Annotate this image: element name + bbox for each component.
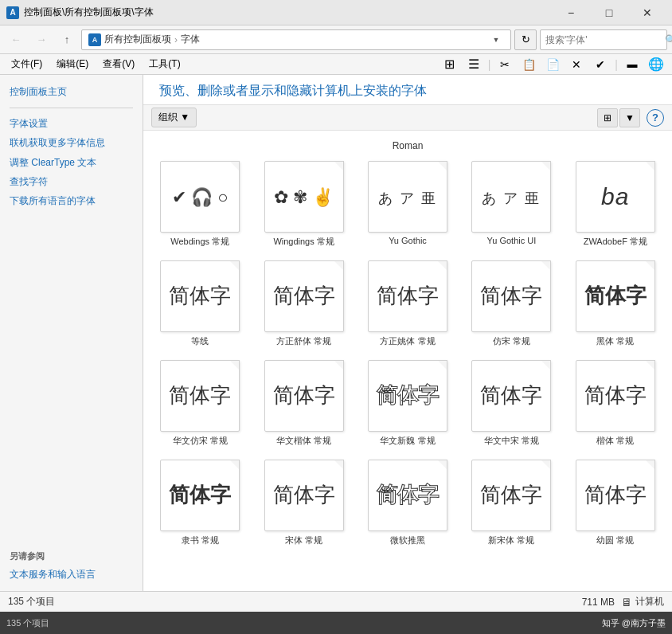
font-icon-content: 简体字 <box>584 284 647 308</box>
font-item[interactable]: あ ア 亜 Yu Gothic UI <box>463 158 560 251</box>
font-icon: ✔ 🎧 ○ <box>160 161 240 233</box>
computer-icon: 🖥 <box>621 596 632 609</box>
font-name: ZWAdobeF 常规 <box>584 236 647 248</box>
address-box[interactable]: A 所有控制面板项 › 字体 ▼ <box>81 29 511 50</box>
sidebar-link-find-char[interactable]: 查找字符 <box>10 173 133 190</box>
font-icon-content: 简体字 <box>377 483 439 507</box>
font-icon: 简体字 <box>264 360 344 432</box>
font-item[interactable]: あ ア 亜 Yu Gothic <box>359 158 456 251</box>
toolbar-grid-icon[interactable]: ⊞ <box>439 54 461 75</box>
sidebar-link-online-fonts[interactable]: 联机获取更多字体信息 <box>10 134 133 152</box>
font-icon: 简体字 <box>160 260 240 332</box>
font-item[interactable]: ba ZWAdobeF 常规 <box>567 158 664 251</box>
help-button[interactable]: ? <box>647 109 664 127</box>
font-icon-content: 简体字 <box>169 383 231 408</box>
toolbar-details-icon[interactable]: ☰ <box>463 54 485 75</box>
font-item[interactable]: ✔ 🎧 ○ Webdings 常规 <box>151 158 248 251</box>
font-item[interactable]: 简体字 华文楷体 常规 <box>255 357 352 450</box>
font-item[interactable]: 简体字 华文仿宋 常规 <box>151 357 248 450</box>
font-item[interactable]: 简体字 幼圆 常规 <box>567 456 664 550</box>
organize-button[interactable]: 组织 ▼ <box>151 108 197 127</box>
font-item[interactable]: 简体字 黑体 常规 <box>567 257 664 350</box>
font-name: Webdings 常规 <box>170 236 229 248</box>
font-icon-content: あ ア 亜 <box>378 184 437 209</box>
bottom-bar: 135 个项目 知乎 @南方子墨 <box>0 612 672 634</box>
font-item[interactable]: ✿ ✾ ✌ Wingdings 常规 <box>255 158 352 251</box>
menu-file[interactable]: 文件(F) <box>5 56 49 72</box>
back-button[interactable]: ← <box>5 29 27 51</box>
font-name: 华文楷体 常规 <box>276 435 331 447</box>
taskbar-left: 135 个项目 <box>6 617 602 629</box>
font-icon-content: ba <box>601 182 629 211</box>
search-input[interactable] <box>545 34 665 45</box>
menu-tools[interactable]: 工具(T) <box>143 56 186 72</box>
font-item[interactable]: 简体字 华文中宋 常规 <box>463 357 560 450</box>
status-right: 711 MB 🖥 计算机 <box>582 595 664 609</box>
font-name: 微软推黑 <box>390 534 425 546</box>
font-item[interactable]: 简体字 隶书 常规 <box>151 456 248 550</box>
address-bar: ← → ↑ A 所有控制面板项 › 字体 ▼ ↻ 🔍 <box>0 25 672 54</box>
font-name: 宋体 常规 <box>285 534 322 546</box>
content-title: 预览、删除或者显示和隐藏计算机上安装的字体 <box>159 83 656 100</box>
toolbar-globe-icon[interactable]: 🌐 <box>645 54 667 75</box>
font-item[interactable]: 简体字 华文新魏 常规 <box>359 357 456 450</box>
font-grid-container[interactable]: Roman ✔ 🎧 ○ Webdings 常规 ✿ ✾ ✌ Wingdings … <box>143 131 672 591</box>
status-file-size: 711 MB <box>582 597 615 608</box>
sidebar-link-download-fonts[interactable]: 下载所有语言的字体 <box>10 192 133 210</box>
font-icon-content: 简体字 <box>273 383 335 408</box>
main-area: 控制面板主页 字体设置 联机获取更多字体信息 调整 ClearType 文本 查… <box>0 75 672 591</box>
view-dropdown-button[interactable]: ▼ <box>619 108 640 127</box>
font-icon: 简体字 <box>160 360 240 432</box>
search-icon: 🔍 <box>665 34 672 45</box>
font-item[interactable]: 简体字 方正舒体 常规 <box>255 257 352 350</box>
toolbar-check-icon[interactable]: ✔ <box>589 54 611 75</box>
status-computer-label: 计算机 <box>635 595 664 609</box>
address-icon: A <box>88 33 101 46</box>
toolbar-copy-icon[interactable]: 📋 <box>518 54 540 75</box>
toolbar-rename-icon[interactable]: ▬ <box>621 54 643 75</box>
font-icon: 简体字 <box>471 260 551 332</box>
refresh-button[interactable]: ↻ <box>514 29 537 50</box>
font-icon: ba <box>576 161 655 233</box>
font-item[interactable]: 简体字 等线 <box>151 257 248 350</box>
menu-view[interactable]: 查看(V) <box>96 56 141 72</box>
font-item[interactable]: 简体字 方正姚体 常规 <box>359 257 456 350</box>
toolbar-icons: ⊞ ☰ | ✂ 📋 📄 ✕ ✔ | ▬ 🌐 <box>439 54 667 75</box>
font-name: 等线 <box>191 335 209 347</box>
maximize-button[interactable]: □ <box>591 0 627 25</box>
font-icon: 简体字 <box>264 460 344 531</box>
address-dropdown-button[interactable]: ▼ <box>488 29 504 50</box>
font-name: 华文中宋 常规 <box>484 435 539 447</box>
toolbar-delete-icon[interactable]: ✕ <box>565 54 588 75</box>
font-name: 隶书 常规 <box>182 534 219 546</box>
sidebar-link-text-services[interactable]: 文本服务和输入语言 <box>10 566 133 583</box>
title-bar-text: 控制面板\所有控制面板项\字体 <box>24 6 553 19</box>
sidebar-link-font-settings[interactable]: 字体设置 <box>10 115 133 132</box>
grid-section-label: Roman <box>151 137 664 158</box>
status-item-count: 135 个项目 <box>8 595 582 609</box>
font-icon: 简体字 <box>160 460 240 531</box>
menu-bar: 文件(F) 编辑(E) 查看(V) 工具(T) ⊞ ☰ | ✂ 📋 📄 ✕ ✔ … <box>0 54 672 75</box>
font-icon: 简体字 <box>368 260 447 332</box>
close-button[interactable]: ✕ <box>629 0 666 25</box>
font-item[interactable]: 简体字 微软推黑 <box>359 456 456 550</box>
toolbar-paste-icon[interactable]: 📄 <box>541 54 564 75</box>
font-item[interactable]: 简体字 仿宋 常规 <box>463 257 560 350</box>
sidebar-home-link[interactable]: 控制面板主页 <box>10 83 133 101</box>
sidebar-link-cleartype[interactable]: 调整 ClearType 文本 <box>10 154 133 171</box>
font-item[interactable]: 简体字 楷体 常规 <box>567 357 664 450</box>
up-button[interactable]: ↑ <box>56 29 78 51</box>
search-box[interactable]: 🔍 <box>540 29 667 50</box>
font-icon-content: ✔ 🎧 ○ <box>172 184 229 209</box>
menu-edit[interactable]: 编辑(E) <box>50 56 95 72</box>
font-icon: 简体字 <box>471 360 551 432</box>
toolbar-cut-icon[interactable]: ✂ <box>494 54 516 75</box>
view-icon-button[interactable]: ⊞ <box>597 108 618 127</box>
font-item[interactable]: 简体字 宋体 常规 <box>255 456 352 550</box>
font-item[interactable]: 简体字 新宋体 常规 <box>463 456 560 550</box>
font-icon-content: 简体字 <box>377 284 439 308</box>
font-icon: 简体字 <box>576 460 655 531</box>
minimize-button[interactable]: − <box>553 0 589 25</box>
forward-button[interactable]: → <box>30 29 53 51</box>
font-icon: 简体字 <box>576 360 655 432</box>
